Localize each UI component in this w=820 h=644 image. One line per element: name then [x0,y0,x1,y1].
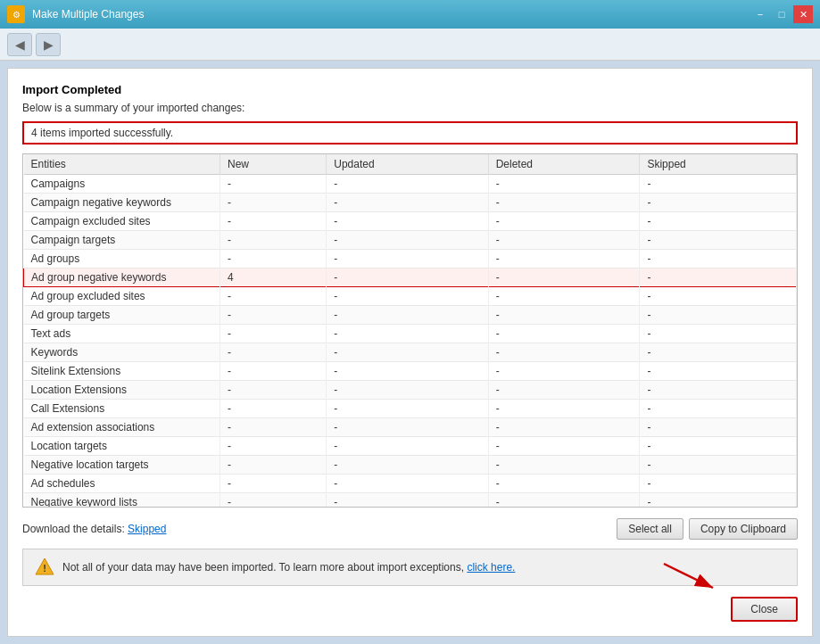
svg-text:!: ! [43,563,46,574]
footer-buttons: Select all Copy to Clipboard [617,518,798,540]
table-row: Call Extensions---- [24,400,797,418]
copy-to-clipboard-button[interactable]: Copy to Clipboard [689,518,798,540]
value-cell: - [488,325,640,343]
col-updated: Updated [327,154,488,175]
entity-cell: Campaign excluded sites [24,212,220,231]
table-row: Ad group targets---- [24,306,797,325]
value-cell: - [488,268,640,287]
value-cell: - [220,343,327,362]
window-icon: ⚙ [7,5,25,23]
value-cell: - [488,475,640,493]
value-cell: - [327,437,488,456]
value-cell: - [640,175,797,194]
entity-cell: Location targets [24,437,220,456]
value-cell: - [488,343,640,362]
import-table: Entities New Updated Deleted Skipped Cam… [23,154,797,508]
value-cell: - [640,475,797,493]
entity-cell: Ad group excluded sites [24,287,220,306]
download-link[interactable]: Skipped [128,523,166,535]
value-cell: - [488,362,640,381]
table-row: Campaign targets---- [24,231,797,250]
value-cell: - [327,343,488,362]
value-cell: - [327,268,488,287]
success-box: 4 items imported successfully. [22,121,798,144]
svg-line-3 [664,564,713,588]
minimize-button[interactable]: − [750,5,770,23]
value-cell: - [220,212,327,231]
table-row: Ad extension associations---- [24,418,797,437]
back-button[interactable]: ◀ [7,33,32,56]
value-cell: - [488,231,640,250]
value-cell: - [327,362,488,381]
table-container: Entities New Updated Deleted Skipped Cam… [22,153,798,508]
value-cell: 4 [220,268,327,287]
value-cell: - [488,381,640,400]
title-close-button[interactable]: ✕ [793,5,813,23]
section-title: Import Completed [22,83,798,96]
forward-button[interactable]: ▶ [36,33,61,56]
entity-cell: Campaign targets [24,231,220,250]
table-row: Location Extensions---- [24,381,797,400]
entity-cell: Ad schedules [24,475,220,493]
entity-cell: Sitelink Extensions [24,362,220,381]
value-cell: - [220,400,327,418]
value-cell: - [640,250,797,268]
value-cell: - [640,287,797,306]
table-row: Campaigns---- [24,175,797,194]
entity-cell: Negative keyword lists [24,493,220,508]
entity-cell: Location Extensions [24,381,220,400]
entity-cell: Ad group targets [24,306,220,325]
value-cell: - [220,287,327,306]
warning-link[interactable]: click here. [467,561,515,574]
table-row: Ad groups---- [24,250,797,268]
entity-cell: Ad extension associations [24,418,220,437]
table-row: Negative location targets---- [24,456,797,475]
footer-left: Download the details: Skipped [22,523,166,535]
table-row: Text ads---- [24,325,797,343]
value-cell: - [220,325,327,343]
value-cell: - [488,306,640,325]
success-message: 4 items imported successfully. [31,127,173,139]
value-cell: - [220,437,327,456]
table-row: Location targets---- [24,437,797,456]
close-button[interactable]: Close [731,597,798,622]
entity-cell: Call Extensions [24,400,220,418]
value-cell: - [327,175,488,194]
download-text: Download the details: [22,523,125,535]
entity-cell: Keywords [24,343,220,362]
value-cell: - [488,287,640,306]
col-entities: Entities [24,154,220,175]
col-deleted: Deleted [488,154,640,175]
table-row: Ad schedules---- [24,475,797,493]
value-cell: - [327,325,488,343]
table-row: Keywords---- [24,343,797,362]
value-cell: - [640,418,797,437]
value-cell: - [220,456,327,475]
nav-bar: ◀ ▶ [0,29,820,61]
col-skipped: Skipped [640,154,797,175]
value-cell: - [640,194,797,212]
value-cell: - [488,250,640,268]
value-cell: - [327,493,488,508]
maximize-button[interactable]: □ [772,5,791,23]
table-row: Sitelink Extensions---- [24,362,797,381]
value-cell: - [640,456,797,475]
value-cell: - [640,362,797,381]
value-cell: - [327,287,488,306]
value-cell: - [327,194,488,212]
value-cell: - [220,175,327,194]
value-cell: - [640,212,797,231]
value-cell: - [640,437,797,456]
value-cell: - [640,400,797,418]
value-cell: - [488,400,640,418]
value-cell: - [488,194,640,212]
entity-cell: Ad group negative keywords [24,268,220,287]
value-cell: - [327,475,488,493]
value-cell: - [488,437,640,456]
select-all-button[interactable]: Select all [617,518,683,540]
value-cell: - [640,325,797,343]
value-cell: - [220,231,327,250]
title-bar-title: Make Multiple Changes [32,8,144,21]
entity-cell: Campaigns [24,175,220,194]
value-cell: - [488,418,640,437]
